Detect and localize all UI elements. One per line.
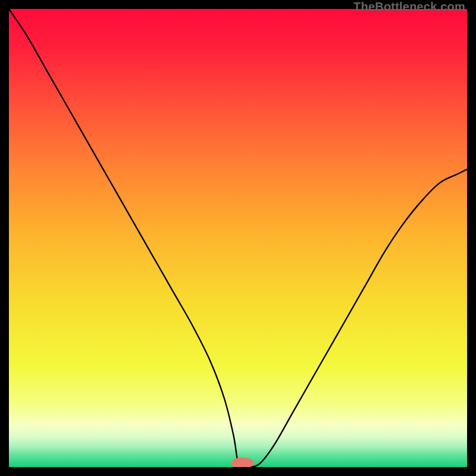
watermark-text: TheBottleneck.com — [353, 0, 465, 14]
plot-background — [9, 9, 467, 467]
bottleneck-chart — [9, 9, 467, 467]
